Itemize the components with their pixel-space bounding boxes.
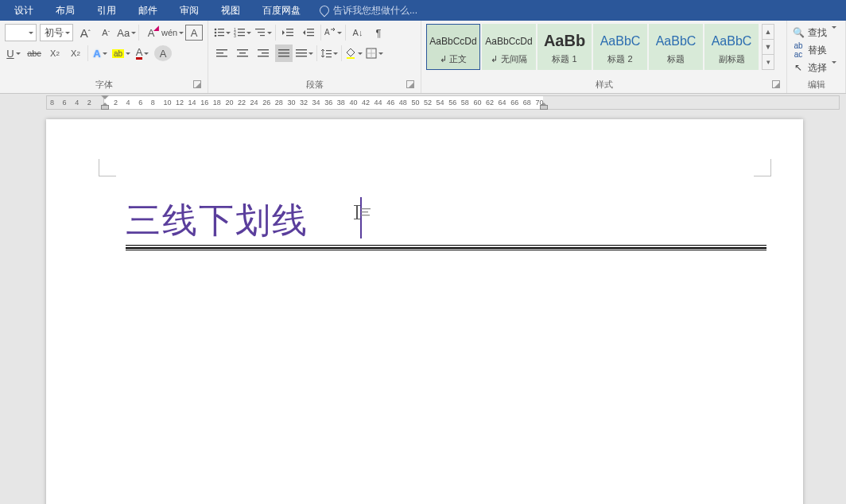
svg-rect-14 xyxy=(260,35,265,36)
style-title[interactable]: AaBbC标题 xyxy=(649,24,703,70)
menu-layout[interactable]: 布局 xyxy=(45,0,86,21)
svg-rect-37 xyxy=(326,50,332,51)
document-page[interactable]: 三线下划线 xyxy=(46,119,803,504)
char-border-button[interactable]: A xyxy=(185,25,203,41)
svg-rect-23 xyxy=(216,52,223,53)
font-group-label: 字体 xyxy=(5,79,203,91)
svg-rect-13 xyxy=(258,32,265,33)
borders-button[interactable] xyxy=(366,45,383,62)
replace-button[interactable]: abac替换 xyxy=(792,41,840,59)
align-right-button[interactable] xyxy=(254,45,272,62)
line-spacing-button[interactable] xyxy=(320,45,338,62)
document-text[interactable]: 三线下划线 xyxy=(126,197,309,244)
text-effects-button[interactable]: A xyxy=(91,45,109,62)
svg-rect-46 xyxy=(361,215,370,215)
svg-rect-20 xyxy=(307,35,314,36)
paragraph-group-label: 段落 xyxy=(213,79,416,91)
svg-rect-33 xyxy=(278,56,289,56)
select-button[interactable]: ↖选择 xyxy=(792,59,840,76)
svg-text:A: A xyxy=(324,28,330,37)
style-normal[interactable]: AaBbCcDd↲ 正文 xyxy=(426,24,480,70)
triple-underline xyxy=(126,245,766,250)
horizontal-ruler[interactable]: 8642246810121416182022242628303234363840… xyxy=(46,95,840,110)
change-case-button[interactable]: Aa xyxy=(118,24,135,41)
char-shading-button[interactable]: A xyxy=(154,45,172,61)
styles-group: AaBbCcDd↲ 正文 AaBbCcDd↲ 无间隔 AaBb标题 1 AaBb… xyxy=(421,21,787,93)
margin-corner-tr-icon xyxy=(754,159,771,176)
svg-rect-16 xyxy=(286,32,293,33)
ibeam-cursor-icon xyxy=(356,205,371,219)
menu-bar: 设计 布局 引用 邮件 审阅 视图 百度网盘 告诉我您想做什么... xyxy=(0,0,846,21)
align-left-button[interactable] xyxy=(213,45,231,62)
multilevel-list-button[interactable] xyxy=(254,24,272,41)
menu-review[interactable]: 审阅 xyxy=(169,0,210,21)
style-no-spacing[interactable]: AaBbCcDd↲ 无间隔 xyxy=(482,24,536,70)
menu-refs[interactable]: 引用 xyxy=(86,0,127,21)
document-workspace: 三线下划线 xyxy=(0,110,846,504)
text-direction-button[interactable]: A xyxy=(324,24,342,41)
paragraph-group: 123 A A↓ ¶ xyxy=(208,21,421,93)
align-center-button[interactable] xyxy=(234,45,251,62)
menu-mail[interactable]: 邮件 xyxy=(127,0,169,21)
bullets-button[interactable] xyxy=(213,24,231,41)
font-size-combo[interactable]: 初号 xyxy=(40,24,73,41)
grow-font-button[interactable]: Aˆ xyxy=(76,24,94,41)
find-button[interactable]: 🔍查找 xyxy=(792,24,840,41)
font-group: 初号 Aˆ Aˇ Aa A◢ wén A U abc X2 X2 A ab A … xyxy=(0,21,208,93)
shading-button[interactable] xyxy=(345,45,363,62)
increase-indent-button[interactable] xyxy=(300,24,317,41)
svg-rect-38 xyxy=(326,53,332,54)
style-heading2[interactable]: AaBbC标题 2 xyxy=(593,24,647,70)
hanging-indent-icon[interactable] xyxy=(101,102,109,110)
align-justify-button[interactable] xyxy=(275,45,293,62)
menu-baidu[interactable]: 百度网盘 xyxy=(251,0,312,21)
svg-rect-36 xyxy=(296,56,307,56)
phonetic-guide-button[interactable]: wén xyxy=(163,24,182,41)
menu-design[interactable]: 设计 xyxy=(3,0,45,21)
font-color-button[interactable]: A xyxy=(134,45,151,62)
tell-me-text: 告诉我您想做什么... xyxy=(333,4,417,17)
svg-rect-3 xyxy=(218,32,224,33)
decrease-indent-button[interactable] xyxy=(279,24,297,41)
shrink-font-button[interactable]: Aˇ xyxy=(97,24,114,41)
menu-view[interactable]: 视图 xyxy=(210,0,251,21)
svg-rect-31 xyxy=(278,49,289,50)
font-dialog-launcher[interactable] xyxy=(193,80,201,88)
align-distributed-button[interactable] xyxy=(296,45,313,62)
underline-button[interactable]: U xyxy=(5,45,22,62)
cursor-icon: ↖ xyxy=(792,62,805,73)
styles-dialog-launcher[interactable] xyxy=(772,80,780,88)
ruler-right-margin xyxy=(543,96,839,109)
svg-rect-30 xyxy=(258,56,269,56)
styles-group-label: 样式 xyxy=(426,79,782,91)
subscript-button[interactable]: X2 xyxy=(46,45,64,62)
paragraph-dialog-launcher[interactable] xyxy=(406,80,414,88)
show-hide-button[interactable]: ¶ xyxy=(370,24,387,41)
margin-corner-tl-icon xyxy=(99,159,116,176)
svg-rect-45 xyxy=(361,211,368,212)
superscript-button[interactable]: X2 xyxy=(67,45,84,62)
svg-rect-35 xyxy=(296,52,307,53)
svg-rect-24 xyxy=(216,56,227,56)
svg-point-0 xyxy=(215,29,217,31)
editing-group: 🔍查找 abac替换 ↖选择 编辑 xyxy=(787,21,846,93)
svg-rect-44 xyxy=(361,208,371,209)
numbering-button[interactable]: 123 xyxy=(234,24,251,41)
sort-button[interactable]: A↓ xyxy=(349,24,367,41)
style-gallery-scroll[interactable]: ▲▼▾ xyxy=(762,24,774,70)
svg-point-2 xyxy=(215,32,217,34)
highlight-button[interactable]: ab xyxy=(112,45,130,62)
svg-rect-15 xyxy=(286,29,293,29)
font-name-combo[interactable] xyxy=(5,24,37,41)
style-subtitle[interactable]: AaBbC副标题 xyxy=(704,24,759,70)
bulb-icon xyxy=(318,4,332,17)
search-icon: 🔍 xyxy=(792,27,805,38)
svg-text:3: 3 xyxy=(234,33,236,38)
svg-rect-28 xyxy=(258,49,269,50)
svg-rect-9 xyxy=(238,32,245,33)
tell-me[interactable]: 告诉我您想做什么... xyxy=(320,4,417,17)
para-row2 xyxy=(213,45,416,62)
clear-format-button[interactable]: A◢ xyxy=(142,24,160,41)
strikethrough-button[interactable]: abc xyxy=(25,45,43,62)
style-heading1[interactable]: AaBb标题 1 xyxy=(537,24,592,70)
